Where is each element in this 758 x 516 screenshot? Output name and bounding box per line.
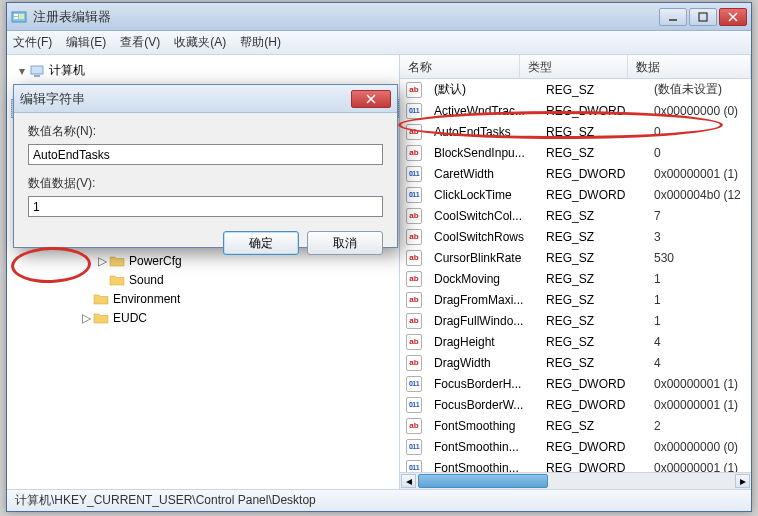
cell-name: DragWidth	[426, 356, 538, 370]
value-num-icon: 011	[406, 439, 422, 455]
tree-item[interactable]: Environment	[11, 289, 399, 308]
scroll-right-icon[interactable]: ▸	[735, 474, 750, 488]
value-name-field[interactable]	[28, 144, 383, 165]
value-num-icon: 011	[406, 166, 422, 182]
cell-type: REG_SZ	[538, 314, 646, 328]
menu-file[interactable]: 文件(F)	[13, 34, 52, 51]
value-ab-icon: ab	[406, 313, 422, 329]
list-row[interactable]: 011FocusBorderH...REG_DWORD0x00000001 (1…	[400, 373, 751, 394]
menu-favorites[interactable]: 收藏夹(A)	[174, 34, 226, 51]
list-row[interactable]: abDragFromMaxi...REG_SZ1	[400, 289, 751, 310]
cell-type: REG_SZ	[538, 335, 646, 349]
list-body[interactable]: ab(默认)REG_SZ(数值未设置)011ActiveWndTrac...RE…	[400, 79, 751, 472]
cancel-button[interactable]: 取消	[307, 231, 383, 255]
cell-type: REG_SZ	[538, 272, 646, 286]
cell-type: REG_DWORD	[538, 398, 646, 412]
list-row[interactable]: abDragWidthREG_SZ4	[400, 352, 751, 373]
titlebar[interactable]: 注册表编辑器	[7, 3, 751, 31]
value-data-field[interactable]	[28, 196, 383, 217]
list-row[interactable]: abCoolSwitchRowsREG_SZ3	[400, 226, 751, 247]
list-row[interactable]: abFontSmoothingREG_SZ2	[400, 415, 751, 436]
cell-name: FontSmoothing	[426, 419, 538, 433]
cell-name: ClickLockTime	[426, 188, 538, 202]
value-num-icon: 011	[406, 103, 422, 119]
list-row[interactable]: 011FocusBorderW...REG_DWORD0x00000001 (1…	[400, 394, 751, 415]
minimize-button[interactable]	[659, 8, 687, 26]
list-row[interactable]: 011ActiveWndTrac...REG_DWORD0x00000000 (…	[400, 100, 751, 121]
cell-type: REG_DWORD	[538, 461, 646, 473]
value-ab-icon: ab	[406, 208, 422, 224]
list-row[interactable]: abBlockSendInpu...REG_SZ0	[400, 142, 751, 163]
cell-name: CaretWidth	[426, 167, 538, 181]
list-row[interactable]: abAutoEndTasksREG_SZ0	[400, 121, 751, 142]
computer-icon	[29, 64, 45, 78]
tree-label: Sound	[129, 273, 164, 287]
tree-item[interactable]: ▷EUDC	[11, 308, 399, 327]
cell-data: 0x00000001 (1)	[646, 167, 751, 181]
cell-name: AutoEndTasks	[426, 125, 538, 139]
dialog-title: 编辑字符串	[20, 90, 351, 108]
cell-data: 1	[646, 293, 751, 307]
ok-button[interactable]: 确定	[223, 231, 299, 255]
maximize-button[interactable]	[689, 8, 717, 26]
list-row[interactable]: abDockMovingREG_SZ1	[400, 268, 751, 289]
menu-edit[interactable]: 编辑(E)	[66, 34, 106, 51]
cell-name: FontSmoothin...	[426, 440, 538, 454]
horizontal-scrollbar[interactable]: ◂ ▸	[400, 472, 751, 489]
expander-icon[interactable]: ▷	[79, 311, 93, 325]
cell-type: REG_SZ	[538, 251, 646, 265]
cell-name: (默认)	[426, 81, 538, 98]
list-row[interactable]: abDragHeightREG_SZ4	[400, 331, 751, 352]
expander-icon[interactable]: ▾	[15, 64, 29, 78]
list-row[interactable]: 011FontSmoothin...REG_DWORD0x00000000 (0…	[400, 436, 751, 457]
scroll-left-icon[interactable]: ◂	[401, 474, 416, 488]
cell-data: 0x00000000 (0)	[646, 104, 751, 118]
cell-data: 0	[646, 125, 751, 139]
list-row[interactable]: 011ClickLockTimeREG_DWORD0x000004b0 (12	[400, 184, 751, 205]
dialog-titlebar[interactable]: 编辑字符串	[14, 85, 397, 113]
menubar: 文件(F) 编辑(E) 查看(V) 收藏夹(A) 帮助(H)	[7, 31, 751, 55]
cell-data: 1	[646, 314, 751, 328]
value-ab-icon: ab	[406, 271, 422, 287]
tree-root[interactable]: ▾ 计算机	[11, 61, 399, 80]
close-button[interactable]	[719, 8, 747, 26]
cell-name: FocusBorderW...	[426, 398, 538, 412]
list-row[interactable]: 011FontSmoothin...REG_DWORD0x00000001 (1…	[400, 457, 751, 472]
app-icon	[11, 9, 27, 25]
cell-name: DockMoving	[426, 272, 538, 286]
folder-icon	[93, 292, 109, 306]
list-row[interactable]: abCursorBlinkRateREG_SZ530	[400, 247, 751, 268]
statusbar: 计算机\HKEY_CURRENT_USER\Control Panel\Desk…	[7, 489, 751, 511]
col-type[interactable]: 类型	[520, 55, 628, 78]
value-num-icon: 011	[406, 187, 422, 203]
scroll-thumb[interactable]	[418, 474, 548, 488]
cell-type: REG_SZ	[538, 83, 646, 97]
value-ab-icon: ab	[406, 124, 422, 140]
cell-name: BlockSendInpu...	[426, 146, 538, 160]
cell-type: REG_SZ	[538, 230, 646, 244]
edit-string-dialog: 编辑字符串 数值名称(N): 数值数据(V): 确定 取消	[13, 84, 398, 248]
cell-type: REG_SZ	[538, 209, 646, 223]
list-row[interactable]: abDragFullWindo...REG_SZ1	[400, 310, 751, 331]
list-row[interactable]: ab(默认)REG_SZ(数值未设置)	[400, 79, 751, 100]
tree-item[interactable]: Sound	[11, 270, 399, 289]
cell-type: REG_DWORD	[538, 167, 646, 181]
menu-view[interactable]: 查看(V)	[120, 34, 160, 51]
list-pane: 名称 类型 数据 ab(默认)REG_SZ(数值未设置)011ActiveWnd…	[400, 55, 751, 489]
cell-name: CursorBlinkRate	[426, 251, 538, 265]
dialog-close-button[interactable]	[351, 90, 391, 108]
svg-rect-2	[14, 17, 18, 19]
cell-type: REG_SZ	[538, 419, 646, 433]
col-name[interactable]: 名称	[400, 55, 520, 78]
cell-type: REG_SZ	[538, 146, 646, 160]
cell-data: 0x00000001 (1)	[646, 461, 751, 473]
cell-data: 2	[646, 419, 751, 433]
cell-name: FocusBorderH...	[426, 377, 538, 391]
col-data[interactable]: 数据	[628, 55, 751, 78]
list-row[interactable]: abCoolSwitchCol...REG_SZ7	[400, 205, 751, 226]
tree-label: EUDC	[113, 311, 147, 325]
status-path: 计算机\HKEY_CURRENT_USER\Control Panel\Desk…	[15, 492, 316, 509]
list-row[interactable]: 011CaretWidthREG_DWORD0x00000001 (1)	[400, 163, 751, 184]
value-num-icon: 011	[406, 397, 422, 413]
menu-help[interactable]: 帮助(H)	[240, 34, 281, 51]
